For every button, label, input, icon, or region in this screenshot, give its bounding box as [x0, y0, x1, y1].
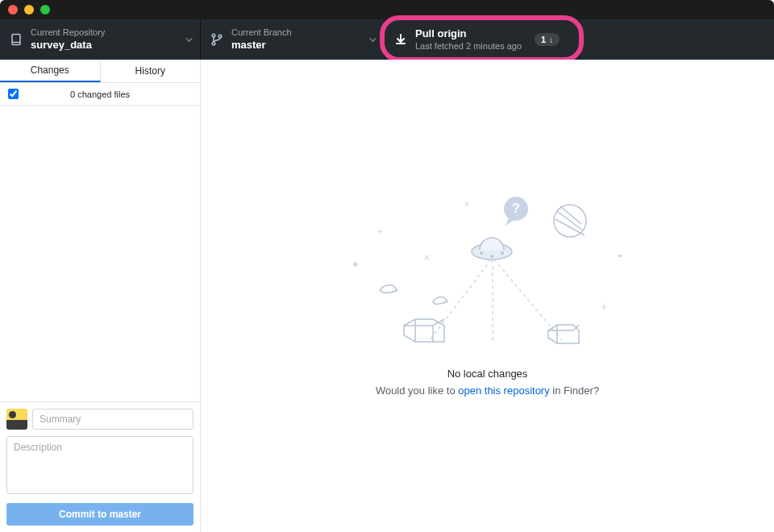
svg-point-9 — [480, 251, 483, 255]
repo-label: Current Repository — [31, 27, 179, 38]
titlebar — [0, 0, 774, 19]
main: Changes History 0 changed files Commit t… — [0, 60, 774, 532]
sparkle-icon: + — [601, 300, 608, 314]
repo-name: survey_data — [31, 39, 179, 52]
chevron-down-icon — [185, 35, 192, 41]
svg-point-2 — [212, 34, 215, 37]
empty-state-subtitle: Would you like to open this repository i… — [376, 384, 599, 397]
empty-state-title: No local changes — [447, 368, 528, 380]
commit-summary-input[interactable] — [32, 409, 194, 430]
commit-button[interactable]: Commit to master — [6, 503, 194, 526]
commit-button-branch: master — [110, 509, 141, 520]
sparkle-icon: ✕ — [374, 227, 385, 237]
svg-rect-0 — [12, 35, 20, 45]
commit-form: Commit to master — [0, 401, 200, 532]
svg-text:?: ? — [512, 202, 520, 215]
sidebar: Changes History 0 changed files Commit t… — [0, 60, 201, 532]
sidebar-tabs: Changes History — [0, 60, 200, 83]
window-minimize-button[interactable] — [24, 5, 34, 15]
content-area: ✦ ✕ ✕ ✕ ✦ + ? — [201, 60, 774, 532]
sparkle-icon: ✦ — [617, 251, 623, 260]
changes-header: 0 changed files — [0, 83, 200, 106]
paper-icon — [378, 282, 399, 295]
paper-icon — [431, 295, 449, 306]
box-icon — [401, 314, 449, 347]
select-all-checkbox[interactable] — [8, 89, 19, 99]
branch-icon — [210, 33, 223, 46]
branch-label: Current Branch — [231, 27, 363, 38]
current-branch-selector[interactable]: Current Branch master — [201, 19, 385, 60]
pull-sub: Last fetched 2 minutes ago — [415, 41, 522, 52]
svg-point-4 — [218, 35, 222, 38]
changed-files-count: 0 changed files — [27, 89, 173, 99]
branch-name: master — [231, 39, 363, 52]
svg-point-3 — [212, 42, 215, 45]
pull-count: 1 — [541, 35, 546, 44]
svg-point-10 — [490, 255, 493, 258]
tab-changes[interactable]: Changes — [0, 60, 101, 82]
current-repository-selector[interactable]: Current Repository survey_data — [0, 19, 201, 60]
changes-list — [0, 106, 200, 401]
arrow-down-icon: ↓ — [549, 35, 553, 44]
tab-history[interactable]: History — [101, 60, 201, 82]
avatar — [6, 409, 27, 430]
window-maximize-button[interactable] — [40, 5, 50, 15]
empty-state-illustration: ✦ ✕ ✕ ✕ ✦ + ? — [343, 195, 633, 348]
toolbar: Current Repository survey_data Current B… — [0, 19, 774, 60]
download-arrow-icon — [394, 33, 407, 46]
pull-count-badge: 1 ↓ — [535, 33, 560, 46]
chevron-down-icon — [369, 35, 376, 41]
planet-icon — [551, 202, 589, 240]
empty-sub-prefix: Would you like to — [376, 384, 458, 397]
question-bubble-icon: ? — [497, 195, 531, 229]
pull-label: Pull origin — [415, 27, 522, 40]
pull-origin-button[interactable]: Pull origin Last fetched 2 minutes ago 1… — [385, 19, 580, 60]
repo-icon — [10, 33, 23, 46]
commit-description-input[interactable] — [6, 436, 194, 494]
open-repository-link[interactable]: open this repository — [458, 384, 549, 397]
box-icon — [546, 322, 581, 347]
empty-sub-suffix: in Finder? — [550, 384, 599, 397]
commit-button-prefix: Commit to — [59, 509, 110, 520]
sparkle-icon: ✦ — [351, 258, 360, 271]
svg-point-11 — [501, 251, 504, 255]
window-close-button[interactable] — [8, 5, 18, 15]
sparkle-icon: ✕ — [464, 200, 470, 209]
